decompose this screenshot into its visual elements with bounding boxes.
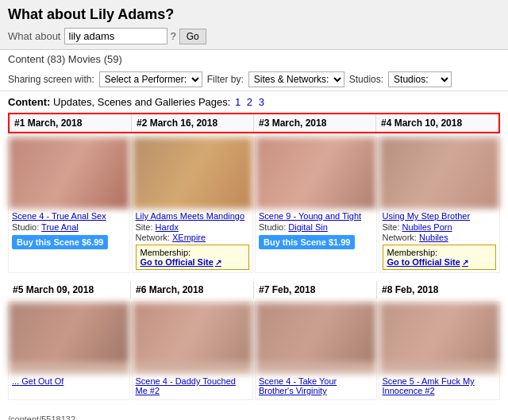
grid-header-4: #4 March 10, 2018 bbox=[376, 114, 498, 132]
card-studio-3: Studio: Digital Sin bbox=[259, 222, 373, 232]
search-bar: What about ? Go bbox=[8, 28, 500, 44]
card-thumb-4 bbox=[379, 137, 500, 209]
content-card-4: Using My Step Brother Site: Nubiles Porn… bbox=[379, 137, 501, 273]
content-card-1: Scene 4 - True Anal Sex Studio: True Ana… bbox=[8, 137, 130, 273]
grid-header-1: #1 March, 2018 bbox=[10, 114, 132, 132]
studio-link-3[interactable]: Digital Sin bbox=[288, 222, 328, 232]
site-link-2[interactable]: Hardx bbox=[156, 222, 179, 232]
sharing-row: Sharing screen with: Select a Performer:… bbox=[0, 68, 508, 91]
studio-link-1[interactable]: True Anal bbox=[41, 222, 79, 232]
card-thumb-3 bbox=[256, 137, 376, 209]
card-info-1: Scene 4 - True Anal Sex Studio: True Ana… bbox=[9, 209, 129, 252]
go-site-2[interactable]: Go to Official Site ↗ bbox=[140, 257, 245, 267]
page-link-3[interactable]: 3 bbox=[259, 96, 264, 108]
card-title-5[interactable]: ... Get Out Of bbox=[12, 376, 126, 386]
second-header-3: #7 Feb, 2018 bbox=[254, 281, 377, 299]
membership-box-4: Membership: Go to Official Site ↗ bbox=[383, 245, 497, 270]
card-title-8[interactable]: Scene 5 - Amk Fuck My Innocence #2 bbox=[383, 376, 497, 395]
card-site-4: Site: Nubiles Porn bbox=[383, 222, 497, 232]
content-card-7: Scene 4 - Take Your Brother's Virginity bbox=[255, 302, 377, 400]
sharing-label: Sharing screen with: bbox=[8, 74, 94, 85]
card-title-6[interactable]: Scene 4 - Daddy Touched Me #2 bbox=[136, 376, 250, 395]
site-link-4[interactable]: Nubiles Porn bbox=[402, 222, 452, 232]
membership-label-2: Membership: bbox=[140, 248, 191, 257]
card-title-4[interactable]: Using My Step Brother bbox=[383, 211, 497, 221]
card-info-8: Scene 5 - Amk Fuck My Innocence #2 bbox=[379, 374, 500, 399]
studio-select[interactable]: Studios: bbox=[388, 71, 452, 87]
card-title-7[interactable]: Scene 4 - Take Your Brother's Virginity bbox=[259, 376, 373, 395]
content-card-3: Scene 9 - Young and Tight Studio: Digita… bbox=[255, 137, 377, 273]
card-site-2: Site: Hardx bbox=[136, 222, 250, 232]
membership-box-2: Membership: Go to Official Site ↗ bbox=[136, 245, 250, 270]
content-card-2: Lily Adams Meets Mandingo Site: Hardx Ne… bbox=[132, 137, 254, 273]
content-card-8: Scene 5 - Amk Fuck My Innocence #2 bbox=[379, 302, 501, 400]
question-mark: ? bbox=[171, 30, 176, 42]
card-thumb-2 bbox=[133, 137, 253, 209]
card-title-3[interactable]: Scene 9 - Young and Tight bbox=[259, 211, 373, 221]
card-studio-1: Studio: True Anal bbox=[12, 222, 126, 232]
content-card-5: ... Get Out Of bbox=[8, 302, 130, 400]
network-link-4[interactable]: Nubiles bbox=[419, 233, 448, 242]
bottom-url-bar: /content/5518132 bbox=[0, 413, 508, 420]
content-section: Content: Updates, Scenes and Galleries P… bbox=[0, 91, 508, 413]
buy-button-3[interactable]: Buy this Scene $1.99 bbox=[259, 235, 355, 249]
page-link-1[interactable]: 1 bbox=[235, 96, 241, 108]
performer-select[interactable]: Select a Performer: bbox=[99, 71, 202, 87]
card-info-5: ... Get Out Of bbox=[9, 374, 129, 390]
card-thumb-1 bbox=[9, 137, 129, 209]
membership-label-4: Membership: bbox=[387, 248, 438, 257]
card-info-2: Lily Adams Meets Mandingo Site: Hardx Ne… bbox=[133, 209, 253, 272]
buy-button-1[interactable]: Buy this Scene $6.99 bbox=[12, 235, 108, 249]
page-link-2[interactable]: 2 bbox=[247, 96, 252, 108]
page-title: What about Lily Adams? bbox=[8, 6, 500, 23]
content-label: Content: Updates, Scenes and Galleries P… bbox=[8, 96, 500, 108]
card-info-7: Scene 4 - Take Your Brother's Virginity bbox=[256, 374, 376, 399]
network-link-2[interactable]: XEmpire bbox=[172, 233, 206, 242]
filter-select[interactable]: Sites & Networks: bbox=[248, 71, 344, 87]
filter-label: Filter by: bbox=[207, 74, 244, 85]
go-site-4[interactable]: Go to Official Site ↗ bbox=[387, 257, 492, 267]
second-row-header: #5 March 09, 2018 #6 March, 2018 #7 Feb,… bbox=[8, 281, 500, 299]
card-info-6: Scene 4 - Daddy Touched Me #2 bbox=[133, 374, 253, 399]
card-network-4: Network: Nubiles bbox=[383, 233, 497, 242]
second-header-4: #8 Feb, 2018 bbox=[377, 281, 500, 299]
go-button[interactable]: Go bbox=[179, 29, 206, 44]
card-thumb-6 bbox=[133, 302, 253, 374]
card-title-2[interactable]: Lily Adams Meets Mandingo bbox=[136, 211, 250, 221]
content-card-6: Scene 4 - Daddy Touched Me #2 bbox=[132, 302, 254, 400]
search-input[interactable] bbox=[64, 28, 167, 44]
second-header-1: #5 March 09, 2018 bbox=[8, 281, 131, 299]
external-link-icon: ↗ bbox=[215, 258, 221, 267]
card-info-4: Using My Step Brother Site: Nubiles Porn… bbox=[379, 209, 500, 272]
card-thumb-5 bbox=[9, 302, 129, 374]
studio-label: Studios: bbox=[349, 74, 383, 85]
page-header: What about Lily Adams? What about ? Go bbox=[0, 0, 508, 50]
content-summary: Content (83) Movies (59) bbox=[0, 50, 508, 68]
external-link-icon-4: ↗ bbox=[462, 258, 468, 267]
card-thumb-7 bbox=[256, 302, 376, 374]
grid-header-3: #3 March, 2018 bbox=[254, 114, 376, 132]
card-info-3: Scene 9 - Young and Tight Studio: Digita… bbox=[256, 209, 376, 252]
content-grid-row2: ... Get Out Of Scene 4 - Daddy Touched M… bbox=[8, 302, 500, 400]
search-label: What about bbox=[8, 30, 61, 42]
card-network-2: Network: XEmpire bbox=[136, 233, 250, 242]
card-title-1[interactable]: Scene 4 - True Anal Sex bbox=[12, 211, 126, 221]
second-header-2: #6 March, 2018 bbox=[131, 281, 254, 299]
grid-header-2: #2 March 16, 2018 bbox=[132, 114, 254, 132]
grid-header-row: #1 March, 2018 #2 March 16, 2018 #3 Marc… bbox=[8, 113, 500, 133]
card-thumb-8 bbox=[379, 302, 500, 374]
content-grid-row1: Scene 4 - True Anal Sex Studio: True Ana… bbox=[8, 137, 500, 273]
